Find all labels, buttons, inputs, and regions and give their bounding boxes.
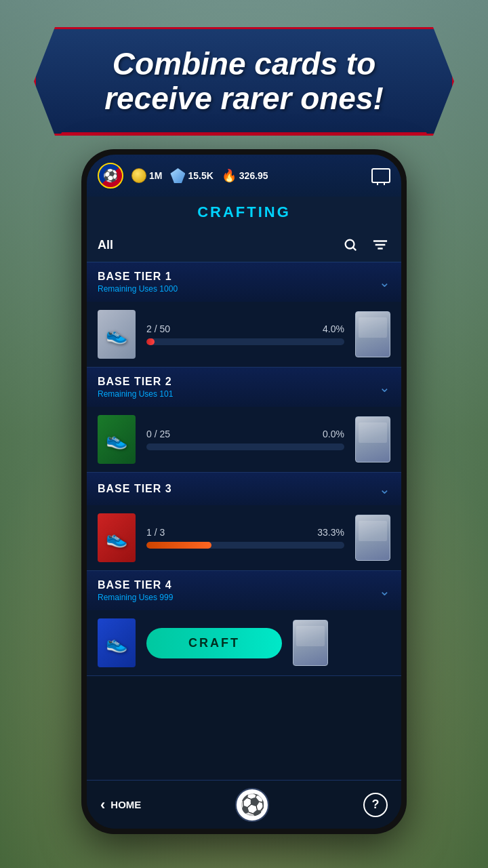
home-button[interactable]: ‹ HOME: [100, 796, 141, 814]
back-arrow: ‹: [100, 796, 105, 814]
boot-icon-2: 👟: [106, 429, 127, 450]
screen-icon[interactable]: [371, 168, 390, 183]
filter-all-label: All: [98, 238, 113, 252]
banner-text: Combine cards to receive rarer ones!: [104, 47, 384, 115]
filter-icons: [340, 235, 390, 255]
tier-2-bar-bg: [146, 443, 344, 450]
tier-2-pack: [355, 416, 390, 462]
tier-3-card: 👟: [98, 513, 136, 562]
tier-1-header[interactable]: BASE TIER 1 Remaining Uses 1000 ⌄: [87, 262, 401, 302]
crafting-title: CRAFTING: [94, 203, 394, 221]
tier-1-card: 👟: [98, 310, 136, 359]
tier-3-header[interactable]: BASE TIER 3 ⌄: [87, 473, 401, 505]
fire-icon: 🔥: [222, 168, 237, 183]
banner-shape: Combine cards to receive rarer ones!: [34, 27, 454, 136]
tier-2-title: BASE TIER 2: [98, 376, 173, 388]
phone-screen: ⚽ 1M 15.5K 🔥 326.95 CRAFTING All: [87, 155, 401, 829]
diamonds-display: 15.5K: [170, 168, 213, 183]
tier-2-header[interactable]: BASE TIER 2 Remaining Uses 101 ⌄: [87, 368, 401, 407]
boot-icon-1: 👟: [106, 324, 127, 345]
tier-1-title: BASE TIER 1: [98, 271, 178, 283]
tier-2-count: 0 / 25: [146, 429, 170, 439]
tier-3-title: BASE TIER 3: [98, 483, 172, 495]
fire-display: 🔥 326.95: [222, 168, 268, 183]
tier-4-item: 👟 CRAFT: [87, 610, 401, 675]
tier-3-progress: 1 / 3 33.3%: [146, 527, 344, 549]
tier-section-2: BASE TIER 2 Remaining Uses 101 ⌄ 👟 0 / 2…: [87, 368, 401, 473]
help-label: ?: [371, 797, 379, 812]
club-logo[interactable]: ⚽: [98, 163, 123, 189]
tier-1-bar-fill: [146, 338, 155, 345]
craft-button[interactable]: CRAFT: [146, 628, 282, 658]
scroll-content[interactable]: BASE TIER 1 Remaining Uses 1000 ⌄ 👟 2 / …: [87, 262, 401, 814]
boot-icon-4: 👟: [106, 633, 127, 654]
tier-1-count: 2 / 50: [146, 323, 170, 334]
tier-2-remaining: Remaining Uses 101: [98, 389, 173, 399]
tier-1-remaining: Remaining Uses 1000: [98, 284, 178, 294]
home-label: HOME: [110, 799, 141, 810]
tier-section-1: BASE TIER 1 Remaining Uses 1000 ⌄ 👟 2 / …: [87, 262, 401, 368]
tier-1-bar-bg: [146, 338, 344, 345]
tier-1-pack: [355, 311, 390, 357]
tier-4-chevron: ⌄: [379, 583, 390, 599]
tier-2-pct: 0.0%: [323, 429, 344, 439]
tier-3-bar-bg: [146, 542, 344, 549]
boot-icon-3: 👟: [106, 528, 127, 549]
tier-4-card: 👟: [98, 618, 136, 667]
help-button[interactable]: ?: [363, 793, 388, 817]
top-bar: ⚽ 1M 15.5K 🔥 326.95: [87, 155, 401, 197]
coins-display: 1M: [131, 168, 162, 183]
tier-1-chevron: ⌄: [379, 274, 390, 290]
top-banner: Combine cards to receive rarer ones!: [0, 0, 488, 163]
tier-4-remaining: Remaining Uses 999: [98, 593, 173, 602]
tier-section-4: BASE TIER 4 Remaining Uses 999 ⌄ 👟 CRAFT: [87, 571, 401, 676]
tier-1-progress: 2 / 50 4.0%: [146, 323, 344, 345]
tier-2-card: 👟: [98, 415, 136, 464]
bottom-nav: ‹ HOME ⚽ ?: [87, 780, 401, 829]
phone-frame: ⚽ 1M 15.5K 🔥 326.95 CRAFTING All: [81, 149, 407, 834]
tier-1-item: 👟 2 / 50 4.0%: [87, 302, 401, 367]
tier-1-pct: 4.0%: [323, 323, 344, 334]
soccer-ball-button[interactable]: ⚽: [235, 788, 269, 822]
filter-button[interactable]: [370, 235, 390, 255]
tier-3-chevron: ⌄: [379, 481, 390, 497]
tier-3-pct: 33.3%: [317, 527, 344, 538]
svg-line-1: [353, 248, 356, 250]
tier-2-progress: 0 / 25 0.0%: [146, 429, 344, 450]
tier-4-pack: [293, 620, 328, 666]
crafting-header: CRAFTING: [87, 197, 401, 228]
tier-section-3: BASE TIER 3 ⌄ 👟 1 / 3 33.3%: [87, 473, 401, 571]
tier-4-header[interactable]: BASE TIER 4 Remaining Uses 999 ⌄: [87, 571, 401, 610]
banner-accent: [54, 132, 434, 146]
tier-3-item: 👟 1 / 3 33.3%: [87, 505, 401, 570]
tier-2-chevron: ⌄: [379, 379, 390, 395]
filter-bar: All: [87, 228, 401, 262]
svg-point-0: [346, 240, 354, 249]
tier-3-pack: [355, 515, 390, 561]
tier-3-count: 1 / 3: [146, 527, 165, 538]
coin-icon: [131, 168, 146, 183]
tier-2-item: 👟 0 / 25 0.0%: [87, 407, 401, 472]
diamond-icon: [170, 168, 185, 183]
search-button[interactable]: [340, 235, 361, 255]
tier-3-bar-fill: [146, 542, 211, 549]
tier-4-title: BASE TIER 4: [98, 579, 173, 591]
